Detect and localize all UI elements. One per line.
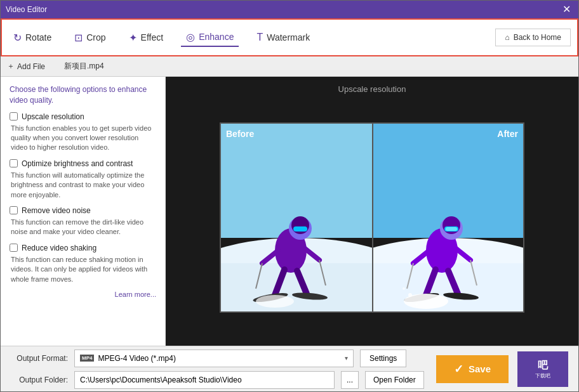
browse-folder-button[interactable]: ...	[341, 371, 359, 389]
after-half: After	[372, 124, 523, 311]
chevron-down-icon: ▾	[345, 355, 348, 362]
watermark-label: Watermark	[267, 32, 310, 42]
svg-point-33	[408, 293, 412, 297]
main-content: Choose the following options to enhance …	[1, 77, 578, 346]
enhance-icon: ◎	[186, 31, 195, 43]
after-label: After	[497, 129, 518, 139]
before-image	[221, 124, 372, 311]
before-half: Before	[221, 124, 372, 311]
shaking-checkbox[interactable]	[10, 244, 18, 252]
svg-point-15	[256, 295, 294, 308]
toolbar: ↻ Rotate ⊡ Crop ✦ Effect ◎ Enhance T Wat…	[1, 18, 578, 56]
file-name: 新项目.mp4	[64, 61, 104, 72]
save-label: Save	[469, 363, 491, 374]
upscale-checkbox[interactable]	[10, 112, 18, 121]
format-select[interactable]: MP4 MPEG-4 Video (*.mp4) ▾	[74, 350, 354, 367]
rotate-icon: ↻	[13, 32, 22, 44]
close-button[interactable]: ✕	[560, 3, 573, 16]
back-to-home-label: Back to Home	[514, 33, 561, 42]
crop-icon: ⊡	[74, 32, 83, 44]
window-title: Video Editor	[6, 5, 47, 14]
right-panel: Upscale resolution Before	[166, 77, 578, 346]
effect-label: Effect	[141, 32, 164, 42]
save-button[interactable]: ✓ Save	[436, 355, 509, 383]
bottom-section: Output Format: MP4 MPEG-4 Video (*.mp4) …	[1, 346, 578, 391]
folder-input[interactable]: C:\Users\pc\Documents\Apeaksoft Studio\V…	[74, 371, 335, 389]
after-image	[372, 124, 523, 311]
learn-more-link[interactable]: Learn more...	[10, 291, 156, 298]
svg-rect-23	[446, 227, 457, 231]
folder-value: C:\Users\pc\Documents\Apeaksoft Studio\V…	[80, 376, 242, 384]
watermark-button[interactable]: T Watermark	[251, 29, 315, 46]
svg-point-35	[415, 303, 418, 306]
shaking-desc: This function can reduce shaking motion …	[10, 255, 156, 284]
noise-option-row: Remove video noise	[10, 206, 156, 215]
panel-title: Choose the following options to enhance …	[10, 84, 156, 106]
rotate-label: Rotate	[25, 32, 51, 42]
upscale-option-row: Upscale resolution	[10, 112, 156, 121]
crop-button[interactable]: ⊡ Crop	[69, 29, 110, 46]
brightness-label: Optimize brightness and contrast	[22, 159, 133, 168]
back-to-home-button[interactable]: ⌂ Back to Home	[495, 29, 571, 46]
file-bar: ＋ Add File 新项目.mp4	[1, 56, 578, 77]
preview-upscale-label: Upscale resolution	[338, 84, 406, 94]
title-bar: Video Editor ✕	[1, 1, 578, 18]
before-after-divider	[372, 124, 373, 311]
brightness-desc: This function will automatically optimiz…	[10, 171, 156, 200]
crop-label: Crop	[86, 32, 105, 42]
upscale-desc: This function enables you to get superb …	[10, 124, 156, 153]
left-panel: Choose the following options to enhance …	[1, 77, 166, 346]
output-format-label: Output Format:	[11, 354, 68, 363]
watermark-icon: T	[256, 32, 263, 43]
home-icon: ⌂	[505, 33, 509, 42]
svg-rect-6	[293, 226, 307, 232]
before-after-preview: Before	[220, 122, 524, 313]
noise-desc: This function can remove the dirt-like v…	[10, 218, 156, 237]
brightness-checkbox[interactable]	[10, 159, 18, 167]
enhance-button[interactable]: ◎ Enhance	[181, 29, 239, 47]
enhance-label: Enhance	[199, 32, 234, 42]
add-file-label: Add File	[17, 62, 45, 71]
main-window: Video Editor ✕ ↻ Rotate ⊡ Crop ✦ Effect …	[0, 0, 579, 392]
svg-point-34	[403, 287, 405, 290]
shaking-label: Reduce video shaking	[22, 244, 96, 252]
save-check-icon: ✓	[454, 362, 463, 376]
noise-checkbox[interactable]	[10, 206, 18, 214]
upscale-label: Upscale resolution	[22, 112, 84, 121]
watermark-logo: 吧 下载吧	[517, 351, 568, 387]
mp4-badge: MP4	[80, 355, 94, 362]
folder-row: Output Folder: C:\Users\pc\Documents\Ape…	[11, 371, 429, 389]
brightness-option-row: Optimize brightness and contrast	[10, 159, 156, 168]
effect-button[interactable]: ✦ Effect	[124, 29, 169, 46]
add-file-icon: ＋	[7, 61, 15, 72]
format-value: MPEG-4 Video (*.mp4)	[98, 354, 176, 363]
rotate-button[interactable]: ↻ Rotate	[8, 29, 57, 46]
noise-label: Remove video noise	[22, 206, 91, 215]
output-folder-label: Output Folder:	[11, 376, 68, 384]
effect-icon: ✦	[129, 32, 137, 44]
settings-button[interactable]: Settings	[360, 350, 406, 367]
format-select-left: MP4 MPEG-4 Video (*.mp4)	[80, 354, 176, 363]
open-folder-button[interactable]: Open Folder	[365, 371, 424, 389]
format-row: Output Format: MP4 MPEG-4 Video (*.mp4) …	[11, 350, 429, 367]
add-file-button[interactable]: ＋ Add File	[7, 61, 45, 72]
shaking-option-row: Reduce video shaking	[10, 244, 156, 252]
before-label: Before	[226, 129, 254, 139]
